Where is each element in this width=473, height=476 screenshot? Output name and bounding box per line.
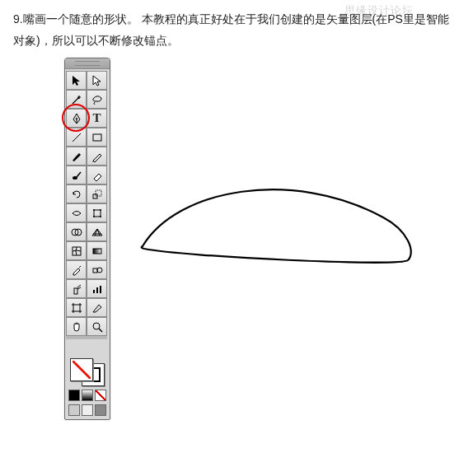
brush-icon — [70, 150, 83, 163]
grip-icon — [75, 61, 100, 66]
width-icon — [70, 207, 83, 220]
blend-tool[interactable] — [87, 260, 107, 279]
rectangle-tool[interactable] — [87, 128, 107, 147]
lasso-icon — [91, 93, 104, 106]
svg-point-16 — [97, 268, 102, 273]
scale-tool[interactable] — [87, 184, 107, 203]
pen-tool[interactable] — [66, 109, 87, 128]
full-screen-mode[interactable] — [82, 404, 93, 416]
shape-builder-tool[interactable] — [66, 222, 87, 241]
svg-rect-2 — [93, 134, 101, 141]
graph-icon — [91, 282, 104, 296]
lasso-tool[interactable] — [87, 90, 107, 109]
pencil-tool[interactable] — [87, 147, 107, 166]
svg-point-9 — [93, 216, 95, 217]
color-mode-row — [68, 390, 106, 401]
svg-point-0 — [76, 118, 77, 119]
svg-rect-20 — [100, 286, 101, 293]
svg-point-7 — [93, 209, 95, 211]
pen-nib-icon — [70, 112, 83, 125]
rotate-tool[interactable] — [66, 184, 87, 203]
type-tool[interactable]: T — [87, 109, 107, 128]
svg-line-23 — [99, 329, 102, 332]
transform-icon — [91, 207, 104, 220]
magic-wand-tool[interactable] — [66, 90, 87, 109]
watermark-text: 思缘设计论坛 — [344, 3, 414, 18]
slice-tool[interactable] — [87, 298, 107, 317]
perspective-grid-tool[interactable] — [87, 222, 107, 241]
mesh-icon — [70, 245, 83, 258]
column-graph-tool[interactable] — [87, 279, 107, 298]
illustration-area: T — [0, 58, 473, 445]
presentation-mode[interactable] — [95, 404, 106, 416]
normal-screen-mode[interactable] — [68, 404, 80, 416]
line-icon — [70, 131, 83, 144]
svg-point-10 — [100, 216, 101, 217]
arrow-hollow-icon — [91, 74, 104, 87]
svg-rect-6 — [94, 210, 101, 217]
gradient-tool[interactable] — [87, 241, 107, 260]
zoom-tool[interactable] — [87, 317, 107, 336]
paintbrush-tool[interactable] — [66, 147, 87, 166]
vector-path — [142, 189, 411, 262]
color-swatch-zone — [65, 356, 110, 419]
svg-point-8 — [100, 209, 101, 211]
shapebuilder-icon — [70, 226, 83, 239]
svg-rect-19 — [96, 287, 98, 293]
svg-rect-5 — [96, 190, 101, 196]
none-color-mode[interactable] — [95, 390, 106, 401]
direct-selection-tool[interactable] — [87, 71, 107, 90]
wand-icon — [70, 93, 83, 106]
hand-tool[interactable] — [66, 317, 87, 336]
rectangle-icon — [91, 131, 104, 144]
blob-icon — [70, 169, 83, 182]
svg-rect-14 — [93, 249, 101, 254]
tools-panel: T — [64, 58, 110, 420]
svg-point-22 — [93, 323, 100, 329]
artboard-icon — [70, 301, 83, 315]
gradient-icon — [91, 245, 104, 258]
fill-stroke-swatch[interactable] — [70, 358, 105, 386]
hand-icon — [70, 320, 83, 334]
selection-tool[interactable] — [66, 71, 87, 90]
svg-line-1 — [73, 133, 81, 142]
eyedropper-icon — [70, 264, 83, 277]
svg-rect-18 — [93, 290, 95, 293]
eraser-tool[interactable] — [87, 166, 107, 184]
svg-rect-17 — [74, 288, 77, 294]
perspective-icon — [91, 226, 104, 239]
pencil-icon — [91, 150, 104, 163]
svg-rect-21 — [73, 305, 80, 311]
panel-divider — [66, 336, 107, 339]
panel-drag-header[interactable] — [65, 58, 110, 69]
free-transform-tool[interactable] — [87, 203, 107, 222]
fill-swatch[interactable] — [70, 358, 93, 381]
spray-icon — [70, 282, 83, 296]
type-icon: T — [92, 111, 101, 125]
rotate-icon — [70, 188, 83, 201]
zoom-icon — [91, 320, 104, 334]
arrow-cursor-icon — [70, 74, 83, 87]
tool-grid: T — [65, 69, 110, 356]
solid-color-mode[interactable] — [68, 390, 80, 401]
slice-icon — [91, 301, 104, 315]
screen-mode-row — [68, 404, 106, 416]
svg-rect-15 — [93, 268, 97, 273]
width-tool[interactable] — [66, 203, 87, 222]
eraser-icon — [91, 169, 104, 182]
blob-brush-tool[interactable] — [66, 166, 87, 184]
gradient-mode[interactable] — [82, 390, 93, 401]
artboard-tool[interactable] — [66, 298, 87, 317]
symbol-sprayer-tool[interactable] — [66, 279, 87, 298]
drawn-mouth-shape — [136, 176, 419, 275]
blend-icon — [91, 264, 104, 277]
no-fill-icon — [73, 361, 91, 379]
mesh-tool[interactable] — [66, 241, 87, 260]
line-segment-tool[interactable] — [66, 128, 87, 147]
scale-icon — [91, 188, 104, 201]
eyedropper-tool[interactable] — [66, 260, 87, 279]
